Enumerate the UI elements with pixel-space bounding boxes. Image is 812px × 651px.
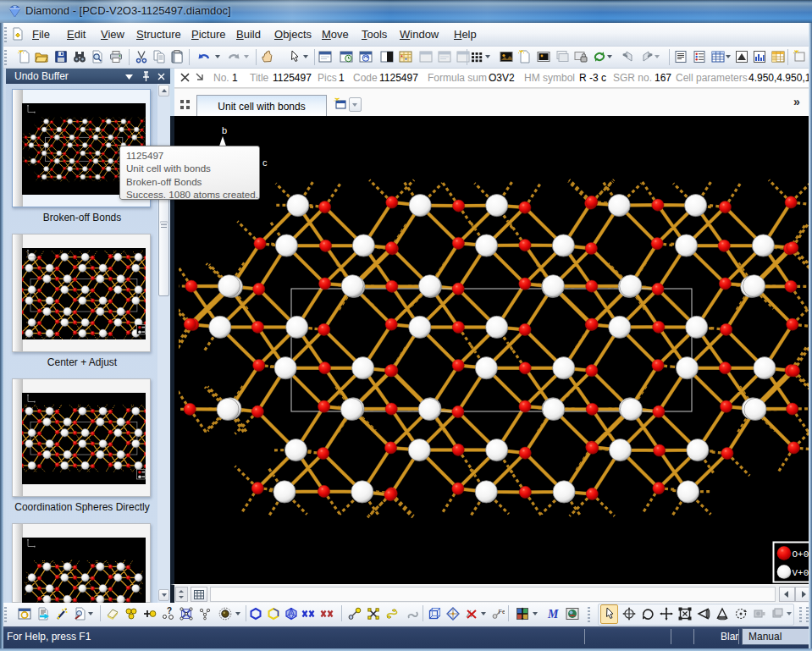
svg-text:Fe: Fe [499, 608, 505, 615]
svg-text:O+0: O+0 [793, 549, 809, 560]
svg-text:V+0: V+0 [793, 568, 809, 578]
svg-text:c: c [262, 157, 268, 168]
svg-text:M: M [547, 608, 559, 621]
svg-text:b: b [222, 125, 227, 135]
svg-text:?: ? [167, 607, 172, 615]
